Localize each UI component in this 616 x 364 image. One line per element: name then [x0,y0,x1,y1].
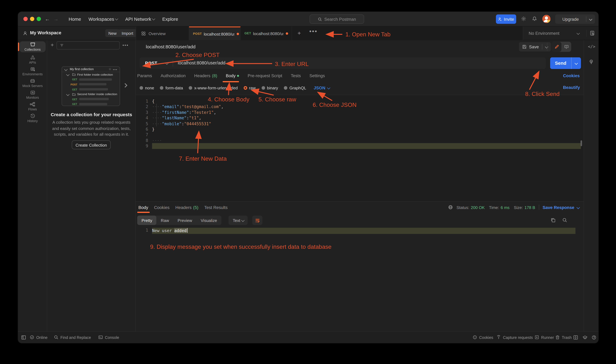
view-visualize[interactable]: Visualize [196,216,221,225]
editor-line[interactable]: 8···· [136,138,584,143]
body-type-raw[interactable]: raw [244,85,256,90]
close-window-button[interactable] [23,17,28,21]
notifications-bell-icon[interactable] [532,16,537,23]
save-button[interactable]: Save [519,42,551,52]
request-body-editor[interactable]: 1{2····"email":"test@gmail.com",3····"fi… [136,95,584,201]
time-value[interactable]: 6 ms [500,205,510,210]
collection-row[interactable]: My first collection ☆ ●●● [62,67,120,72]
body-type-none[interactable]: none [140,85,154,90]
settings-gear-icon[interactable] [521,16,526,23]
response-tab-test-results[interactable]: Test Results [204,205,228,210]
editor-scrollbar[interactable] [581,140,582,146]
environment-quick-look-icon[interactable] [590,30,595,36]
tab-request-post[interactable]: POST localhost:8080/user/a [189,26,241,40]
open-new-tab-button[interactable]: + [297,30,301,37]
training-cap-icon[interactable] [582,335,588,340]
edit-docs-button[interactable] [552,42,562,52]
star-icon[interactable]: ☆ [109,67,111,71]
editor-line[interactable]: 5····"mobile":"044455531" [136,121,584,126]
maximize-window-button[interactable] [37,17,41,21]
network-globe-icon[interactable] [448,205,453,210]
view-preview[interactable]: Preview [173,216,196,225]
help-icon[interactable] [591,335,597,340]
save-response-button[interactable]: Save Response [542,205,574,210]
save-options-chevron-icon[interactable] [542,46,551,48]
size-value[interactable]: 178 B [525,205,535,210]
view-pretty[interactable]: Pretty [137,216,156,225]
tab-authorization[interactable]: Authorization [161,73,186,78]
wrap-lines-button[interactable] [252,216,262,225]
more-tabs-icon[interactable]: ●●● [309,29,318,33]
console-button[interactable]: Console [98,335,119,340]
sidebar-item-monitors[interactable]: Monitors [18,89,47,101]
response-tab-body[interactable]: Body [139,205,148,210]
send-button[interactable]: Send [550,57,581,69]
request-row[interactable]: GET [62,87,120,92]
nav-explore[interactable]: Explore [162,16,178,22]
search-input[interactable]: Search Postman [309,14,364,24]
status-value[interactable]: 200 OK [471,205,485,210]
tab-headers[interactable]: Headers(8) [194,73,217,78]
copy-response-icon[interactable] [551,218,556,223]
footer-cookies-button[interactable]: Cookies [473,335,493,340]
request-row[interactable]: GET [62,102,120,106]
editor-line[interactable]: 7 [136,132,584,138]
online-status[interactable]: Online [30,335,48,340]
import-button[interactable]: Import [118,29,136,37]
response-tab-headers[interactable]: Headers(5) [175,205,199,210]
tab-tests[interactable]: Tests [291,73,301,78]
nav-home[interactable]: Home [69,16,81,22]
nav-api-network[interactable]: API Network [125,16,155,22]
tab-overview[interactable]: Overview [136,26,189,40]
avatar[interactable] [542,15,551,23]
editor-line[interactable]: 6} [136,126,584,132]
expand-panel-chevron-icon[interactable] [123,83,127,88]
chevron-down-icon[interactable] [577,31,580,35]
folder-row[interactable]: First folder inside collection [62,72,120,77]
editor-line[interactable]: 1{ [136,98,584,104]
folder-row[interactable]: Second folder inside collection [62,92,120,97]
add-collection-button[interactable]: + [50,42,55,48]
forward-icon[interactable]: → [53,16,59,22]
view-raw[interactable]: Raw [156,216,173,225]
editor-line[interactable]: 4····"lastName":"t1", [136,115,584,121]
tab-pre-request-script[interactable]: Pre-request Script [248,73,282,78]
filter-input[interactable] [57,41,120,50]
sidebar-item-environments[interactable]: Environments [18,65,47,77]
create-collection-button[interactable]: Create Collection [72,140,111,149]
body-type-form-data[interactable]: form-data [160,85,183,90]
collection-more-icon[interactable]: ●●● [113,68,117,70]
back-icon[interactable]: ← [45,16,50,22]
response-body-line[interactable]: 1 New user added [136,228,584,234]
editor-line[interactable]: 9 [136,143,584,149]
request-row[interactable]: GET [62,97,120,102]
url-input[interactable]: localhost:8080/user/add [178,61,225,65]
send-options-chevron-icon[interactable] [575,62,578,65]
language-selector[interactable]: JSON [314,85,330,90]
two-pane-view-icon[interactable] [573,335,578,340]
editor-line[interactable]: 3····"firstName":"Tester1", [136,109,584,115]
cookies-link[interactable]: Cookies [563,73,580,78]
sidebar-item-collections[interactable]: Collections [18,41,47,52]
search-response-icon[interactable] [562,218,567,223]
sidebar-item-history[interactable]: History [18,112,47,124]
beautify-link[interactable]: Beautify [563,85,580,90]
body-type-graphql[interactable]: GraphQL [284,85,306,90]
environment-selector[interactable]: No Environment [529,31,559,36]
toggle-sidebar-button[interactable] [21,335,26,340]
request-row[interactable]: POST [62,82,120,87]
body-type-binary[interactable]: binary [261,85,278,90]
response-tab-cookies[interactable]: Cookies [154,205,169,210]
capture-requests-button[interactable]: Capture requests [496,335,533,340]
runner-button[interactable]: Runner [535,335,554,340]
panel-more-icon[interactable]: ●●● [122,44,128,46]
editor-line[interactable]: 2····"email":"test@gmail.com", [136,104,584,109]
workspace-name[interactable]: My Workspace [30,30,62,35]
format-selector[interactable]: Text [229,216,248,225]
find-and-replace-button[interactable]: Find and Replace [54,335,91,340]
tab-request-get[interactable]: GET localhost:8080/user/ge [241,26,292,40]
upgrade-button[interactable]: Upgrade [555,14,595,24]
tab-settings[interactable]: Settings [309,73,325,78]
tab-params[interactable]: Params [137,73,152,78]
new-button[interactable]: New [105,29,120,37]
